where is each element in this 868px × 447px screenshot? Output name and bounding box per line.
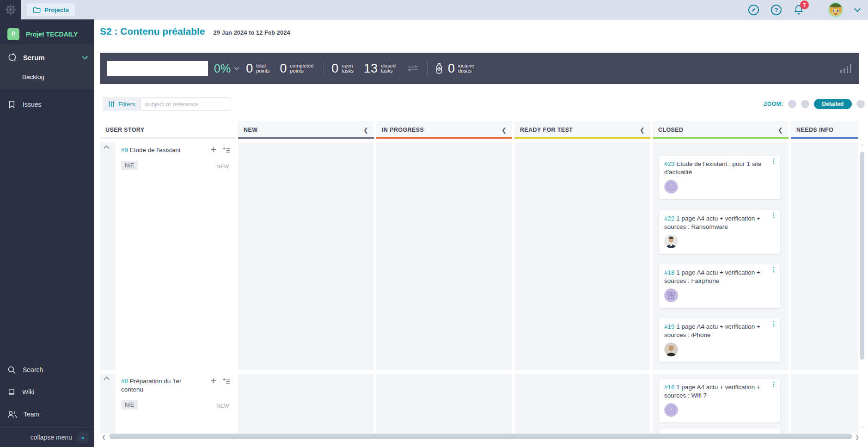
story-points-badge[interactable]: N/E	[121, 161, 138, 170]
progress-dropdown-chevron-icon[interactable]	[234, 65, 239, 70]
burndown-chart-icon[interactable]	[840, 64, 851, 73]
board-cell-closed: ⋮ #16 1 page A4 actu + verification + so…	[653, 374, 789, 434]
board-cell-in-progress	[376, 142, 512, 370]
help-icon[interactable]: ?	[771, 5, 782, 15]
horizontal-scrollbar[interactable]	[109, 434, 852, 439]
task-card[interactable]: ⋮ #18 1 page A4 actu + verification + so…	[659, 264, 780, 308]
sidebar-item-issues[interactable]: Issues	[0, 95, 94, 114]
zoom-level-selected[interactable]: Detailed	[814, 99, 852, 109]
task-card[interactable]: ⋮ #22 1 page A4 actu + verification + so…	[659, 210, 780, 254]
column-underline	[238, 137, 374, 139]
kebab-menu-icon[interactable]: ⋮	[770, 321, 777, 327]
kebab-menu-icon[interactable]: ⋮	[770, 158, 777, 164]
search-box	[141, 97, 230, 111]
column-header-in-progress: IN PROGRESS ❮	[376, 121, 512, 139]
board-cell-ready-for-test	[514, 142, 650, 370]
column-title: READY FOR TEST	[520, 127, 573, 133]
sprint-progress-bar	[107, 61, 208, 76]
taiga-logo[interactable]	[0, 0, 21, 19]
user-story-title[interactable]: Préparation du 1er contenu	[121, 378, 182, 393]
user-story-ref[interactable]: #8	[121, 378, 128, 385]
board-cell-new	[238, 374, 374, 434]
stat-label: iocainedoses	[458, 63, 474, 74]
add-task-icon[interactable]	[210, 146, 217, 153]
column-collapse-chevron-icon[interactable]: ❮	[640, 127, 645, 134]
vertical-scrollbar[interactable]	[860, 152, 864, 360]
sidebar-item-label: Wiki	[22, 388, 34, 396]
zoom-level-default[interactable]	[801, 100, 809, 108]
scroll-down-chevron-icon[interactable]: ˇ	[860, 427, 865, 432]
sidebar-item-scrum[interactable]: Scrum	[0, 48, 94, 67]
user-story-title[interactable]: Etude de l'existant	[130, 147, 181, 153]
sidebar-item-search[interactable]: Search	[0, 361, 94, 379]
assignee-avatar[interactable]	[664, 343, 678, 356]
scroll-left-chevron-icon[interactable]: ❮	[102, 434, 106, 440]
assignee-avatar[interactable]	[664, 403, 678, 417]
add-task-icon[interactable]	[210, 377, 217, 384]
scrum-expand-chevron-icon[interactable]	[82, 54, 88, 60]
collapse-menu-button[interactable]: collapse menu «	[0, 427, 94, 447]
user-story-actions	[210, 146, 230, 153]
projects-button[interactable]: Projects	[27, 3, 75, 16]
task-ref[interactable]: #18	[664, 269, 675, 276]
column-title: IN PROGRESS	[382, 127, 424, 133]
sidebar-item-wiki[interactable]: Wiki	[0, 383, 94, 401]
assignee-avatar[interactable]	[664, 288, 678, 302]
scrum-icon	[7, 53, 17, 62]
assignee-avatar[interactable]	[664, 180, 678, 194]
column-title: NEW	[244, 127, 257, 133]
sidebar: Projet TECDAILY Scrum Backlog Issues	[0, 19, 94, 447]
zoom-level-compact[interactable]	[788, 100, 796, 108]
filters-button[interactable]: Filters	[103, 97, 141, 111]
kebab-menu-icon[interactable]: ⋮	[770, 381, 777, 387]
stat-total-points: 0 totalpoints	[246, 61, 269, 76]
scroll-up-chevron-icon[interactable]: ˆ	[860, 145, 865, 150]
zoom-level-full[interactable]	[856, 100, 865, 108]
scroll-right-chevron-icon[interactable]: ❯	[855, 434, 859, 440]
add-multiple-tasks-icon[interactable]	[222, 377, 230, 384]
assignee-avatar[interactable]	[664, 234, 678, 248]
story-points-badge[interactable]: N/E	[121, 400, 138, 410]
board-cell-needs-info	[791, 142, 858, 370]
user-story-actions	[210, 377, 230, 384]
task-card[interactable]: ⋮ #19 1 page A4 actu + verification + so…	[659, 318, 780, 362]
story-status-label[interactable]: NEW	[216, 164, 229, 169]
column-collapse-chevron-icon[interactable]: ❮	[363, 127, 368, 134]
task-ref[interactable]: #22	[664, 215, 675, 222]
column-underline	[376, 137, 512, 139]
row-collapse-gutter[interactable]	[100, 374, 116, 434]
swap-arrows-icon[interactable]	[406, 64, 420, 73]
kebab-menu-icon[interactable]: ⋮	[770, 213, 777, 219]
row-collapse-gutter[interactable]	[100, 142, 116, 370]
task-ref[interactable]: #19	[664, 323, 675, 330]
column-underline	[100, 137, 236, 139]
column-collapse-chevron-icon[interactable]: ❮	[778, 127, 783, 134]
stat-value: 0	[280, 61, 287, 76]
story-status-label[interactable]: NEW	[216, 403, 229, 409]
notifications-button[interactable]: 7	[794, 4, 804, 15]
task-ref[interactable]: #16	[664, 384, 675, 391]
user-avatar[interactable]	[828, 2, 843, 17]
task-title: Etude de l'existant : pour 1 site d'actu…	[664, 160, 762, 176]
column-collapse-chevron-icon[interactable]: ❮	[501, 127, 507, 134]
sidebar-item-backlog[interactable]: Backlog	[0, 67, 94, 86]
search-input[interactable]	[145, 101, 226, 108]
add-multiple-tasks-icon[interactable]	[222, 146, 230, 153]
discover-compass-icon[interactable]	[748, 5, 759, 15]
project-logo-icon	[7, 28, 19, 40]
user-story-ref[interactable]: #9	[121, 147, 128, 153]
sidebar-item-label: Scrum	[23, 54, 45, 61]
stat-value: 0	[331, 61, 338, 76]
sidebar-project-header[interactable]: Projet TECDAILY	[0, 25, 94, 43]
user-menu-chevron-icon[interactable]	[854, 6, 861, 12]
task-card-partial[interactable]	[659, 429, 780, 434]
task-card[interactable]: ⋮ #23 Etude de l'existant : pour 1 site …	[659, 156, 780, 199]
taskboard-screen: Projects ? 7	[0, 0, 868, 447]
kebab-menu-icon[interactable]: ⋮	[770, 267, 777, 273]
task-ref[interactable]: #23	[664, 160, 675, 167]
sidebar-item-team[interactable]: Team	[0, 405, 94, 423]
column-header-new: NEW ❮	[238, 121, 374, 139]
task-card[interactable]: ⋮ #16 1 page A4 actu + verification + so…	[659, 379, 780, 423]
taskboard: USER STORY NEW ❮ IN PROGRESS ❮ READY FOR…	[94, 121, 858, 434]
zoom-label: ZOOM:	[764, 101, 783, 107]
